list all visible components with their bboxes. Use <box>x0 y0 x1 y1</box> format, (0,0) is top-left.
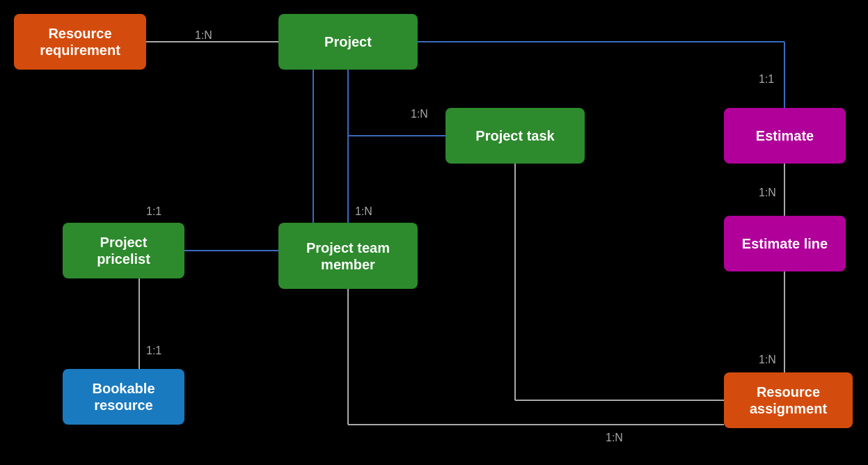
diagram-container: 1:N 1:N 1:1 1:1 1:N 1:N 1:1 1:N 1:N Reso… <box>0 0 868 465</box>
node-project-pricelist: Projectpricelist <box>63 223 184 278</box>
label-task-assignment-1n: 1:N <box>759 354 776 366</box>
label-team-assignment-1n: 1:N <box>606 432 623 444</box>
label-proj-estimate-11: 1:1 <box>759 73 774 86</box>
label-estimate-line-1n: 1:N <box>759 187 776 199</box>
label-pricelist-bookable-11: 1:1 <box>146 345 161 357</box>
node-resource-assignment: Resourceassignment <box>724 372 853 428</box>
label-proj-team-1n: 1:N <box>355 205 372 218</box>
node-estimate-line: Estimate line <box>724 216 846 271</box>
node-resource-requirement: Resourcerequirement <box>14 14 146 70</box>
node-estimate: Estimate <box>724 108 846 164</box>
label-proj-req-1n: 1:N <box>195 29 212 42</box>
label-proj-pricelist-11: 1:1 <box>146 205 161 218</box>
node-project-team-member: Project teammember <box>278 223 418 289</box>
node-project: Project <box>278 14 418 70</box>
label-proj-task-1n: 1:N <box>411 108 428 120</box>
node-bookable-resource: Bookableresource <box>63 369 184 425</box>
node-project-task: Project task <box>445 108 585 164</box>
